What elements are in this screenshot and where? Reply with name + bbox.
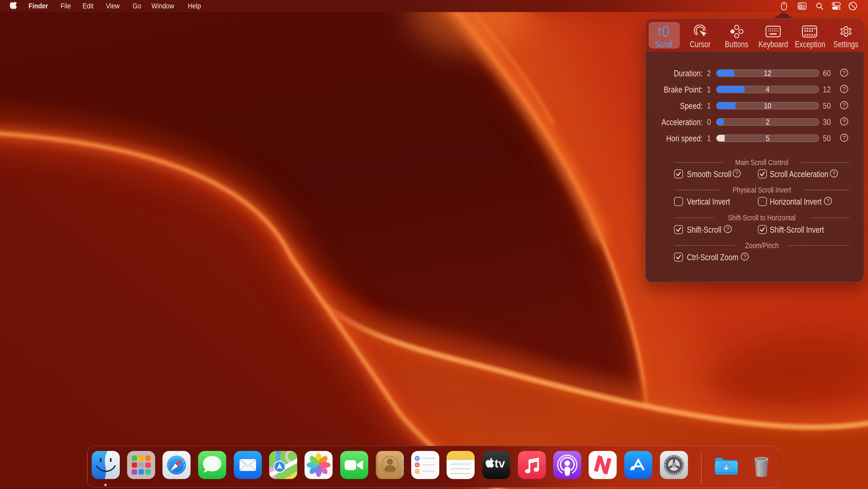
svg-text:?: ? xyxy=(826,198,829,204)
svg-text:?: ? xyxy=(743,254,746,259)
svg-text:?: ? xyxy=(843,70,845,76)
svg-text:?: ? xyxy=(726,226,729,232)
svg-text:?: ? xyxy=(843,119,845,124)
svg-text:?: ? xyxy=(843,135,845,141)
svg-text:?: ? xyxy=(735,171,738,176)
svg-text:?: ? xyxy=(843,102,845,108)
svg-text:tv: tv xyxy=(495,457,505,470)
svg-text:?: ? xyxy=(843,86,845,92)
svg-text:?: ? xyxy=(832,171,835,176)
